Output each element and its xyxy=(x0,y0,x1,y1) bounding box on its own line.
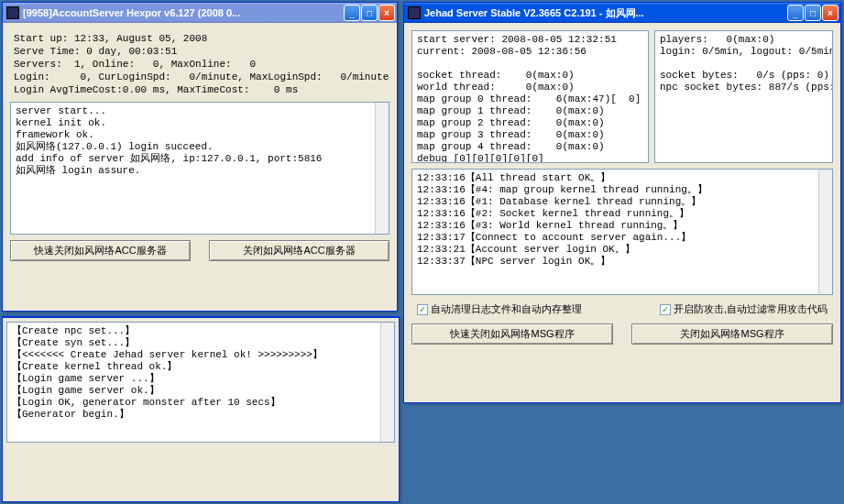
checkbox-icon: ✓ xyxy=(660,304,671,315)
log-line: 【<<<<<<< Create Jehad server kernel ok! … xyxy=(12,349,389,361)
app-icon xyxy=(6,6,19,19)
log-panel[interactable]: 【Create npc set...】 【Create syn set...】 … xyxy=(6,322,395,443)
maximize-button[interactable]: □ xyxy=(805,5,821,21)
account-server-window: [9958]AccountServer Hexpor v6.127 (2008 … xyxy=(2,2,398,312)
close-button[interactable]: × xyxy=(822,5,839,21)
log-line: 12:33:16【#3: World kernel thread running… xyxy=(417,220,828,232)
npc-log-window: 【Create npc set...】 【Create syn set...】 … xyxy=(2,316,400,502)
close-msg-button[interactable]: 关闭如风网络MSG程序 xyxy=(631,323,833,345)
log-line: 12:33:16【#1: Database kernel thread runn… xyxy=(417,196,828,208)
log-line: 【Login OK, generator monster after 10 se… xyxy=(12,397,389,409)
close-acc-button[interactable]: 关闭如风网络ACC服务器 xyxy=(209,240,389,261)
log-line: add info of server 如风网络, ip:127.0.0.1, p… xyxy=(16,153,384,165)
log-line: 【Login game server ok.】 xyxy=(12,385,389,397)
maximize-button[interactable]: □ xyxy=(361,5,378,21)
log-line: 【Create npc set...】 xyxy=(12,325,389,337)
scrollbar[interactable] xyxy=(375,103,389,234)
win2-titlebar[interactable]: Jehad Server Stable V2.3665 C2.191 - 如风网… xyxy=(404,3,840,23)
stats-left-panel: start server: 2008-08-05 12:32:51 curren… xyxy=(411,30,649,163)
log-line: server start... xyxy=(16,105,384,117)
win1-title: [9958]AccountServer Hexpor v6.127 (2008 … xyxy=(23,7,344,18)
checkbox-label: 开启防攻击,自动过滤常用攻击代码 xyxy=(674,302,828,316)
log-line: 如风网络 login assure. xyxy=(16,165,384,177)
minimize-button[interactable]: _ xyxy=(787,5,804,21)
auto-cleanup-checkbox[interactable]: ✓ 自动清理日志文件和自动内存整理 xyxy=(417,302,582,316)
anti-attack-checkbox[interactable]: ✓ 开启防攻击,自动过滤常用攻击代码 xyxy=(660,302,828,316)
win1-titlebar[interactable]: [9958]AccountServer Hexpor v6.127 (2008 … xyxy=(3,3,397,23)
log-line: 【Login game server ...】 xyxy=(12,373,389,385)
log-line: 如风网络(127.0.0.1) login succeed. xyxy=(16,141,384,153)
log-line: framework ok. xyxy=(16,129,384,141)
fast-close-msg-button[interactable]: 快速关闭如风网络MSG程序 xyxy=(411,323,613,345)
log-panel[interactable]: server start... kernel init ok. framewor… xyxy=(10,102,389,235)
log-line: 12:33:21【Account server login OK。】 xyxy=(417,244,828,256)
log-line: 12:33:16【All thread start OK。】 xyxy=(417,172,828,184)
checkbox-label: 自动清理日志文件和自动内存整理 xyxy=(431,302,582,316)
log-line: kernel init ok. xyxy=(16,117,384,129)
log-line: 【Create syn set...】 xyxy=(12,337,389,349)
log-line: 【Generator begin.】 xyxy=(12,409,389,421)
log-line: 12:33:37【NPC server login OK。】 xyxy=(417,256,828,268)
close-button[interactable]: × xyxy=(378,5,395,21)
log-line: 12:33:17【Connect to account server again… xyxy=(417,232,828,244)
app-icon xyxy=(408,6,421,19)
fast-close-acc-button[interactable]: 快速关闭如风网络ACC服务器 xyxy=(10,240,191,261)
jehad-server-window: Jehad Server Stable V2.3665 C2.191 - 如风网… xyxy=(403,2,841,403)
log-line: 【Create kernel thread ok.】 xyxy=(12,361,389,373)
minimize-button[interactable]: _ xyxy=(344,5,360,21)
stats-right-panel: players: 0(max:0) login: 0/5min, logout:… xyxy=(654,30,833,163)
log-panel[interactable]: 12:33:16【All thread start OK。】 12:33:16【… xyxy=(411,169,833,295)
checkbox-icon: ✓ xyxy=(417,304,428,315)
log-line: 12:33:16【#2: Socket kernel thread runnin… xyxy=(417,208,828,220)
scrollbar[interactable] xyxy=(818,170,832,294)
scrollbar[interactable] xyxy=(380,323,394,442)
server-stats: Start up: 12:33, August 05, 2008 Serve T… xyxy=(10,30,389,102)
win2-title: Jehad Server Stable V2.3665 C2.191 - 如风网… xyxy=(424,6,787,20)
log-line: 12:33:16【#4: map group kernel thread run… xyxy=(417,184,828,196)
